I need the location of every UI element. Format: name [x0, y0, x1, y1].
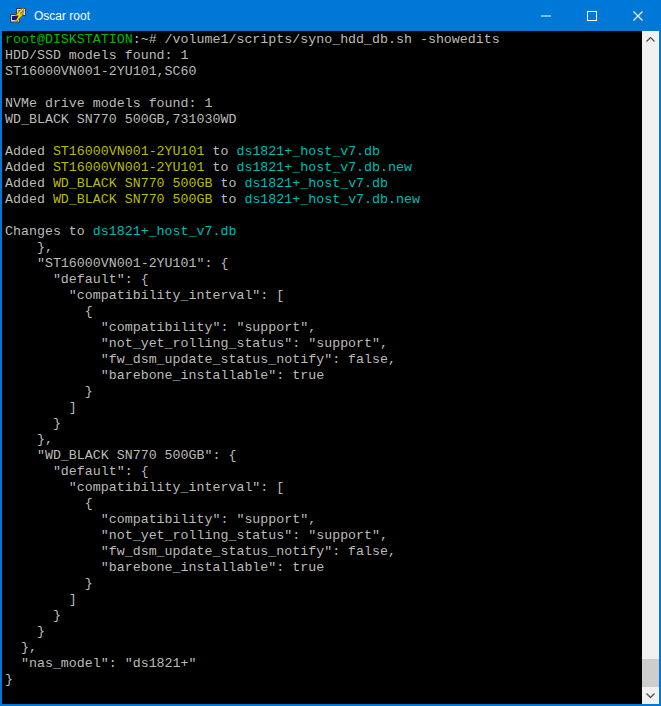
terminal-line: Added WD_BLACK SN770 500GB to ds1821+_ho…	[5, 176, 642, 192]
putty-window: Oscar root root@DISKSTATION:~# /volume1/…	[0, 0, 661, 706]
terminal-line: Added ST16000VN001-2YU101 to ds1821+_hos…	[5, 144, 642, 160]
minimize-button[interactable]	[523, 0, 569, 31]
terminal-line: Added ST16000VN001-2YU101 to ds1821+_hos…	[5, 160, 642, 176]
terminal-text: Added	[5, 144, 53, 159]
scroll-up-button[interactable]	[642, 31, 659, 48]
scrollbar-track[interactable]	[642, 48, 659, 687]
terminal-text: }	[5, 624, 45, 639]
terminal-text: "not_yet_rolling_status": "support",	[5, 336, 388, 351]
terminal-text: "barebone_installable": true	[5, 368, 324, 383]
terminal-text: }	[5, 384, 93, 399]
terminal-text: WD_BLACK SN770 500GB	[53, 176, 213, 191]
terminal-text: "compatibility": "support",	[5, 512, 316, 527]
terminal-text: ds1821+_host_v7.db.new	[236, 160, 412, 175]
terminal-text: Changes to	[5, 224, 93, 239]
terminal-text: ]	[5, 400, 77, 415]
terminal-text: ds1821+_host_v7.db	[244, 176, 388, 191]
terminal-line: ST16000VN001-2YU101,SC60	[5, 64, 642, 80]
terminal-text: Added	[5, 176, 53, 191]
terminal-line: "fw_dsm_update_status_notify": false,	[5, 544, 642, 560]
terminal-line: root@DISKSTATION:~# /volume1/scripts/syn…	[5, 32, 642, 48]
terminal-text: },	[5, 240, 53, 255]
window-controls	[523, 0, 661, 31]
terminal-text: Added	[5, 160, 53, 175]
terminal-text: "compatibility": "support",	[5, 320, 316, 335]
terminal-text: ST16000VN001-2YU101,SC60	[5, 64, 197, 79]
terminal-line: "not_yet_rolling_status": "support",	[5, 336, 642, 352]
terminal-line: },	[5, 240, 642, 256]
terminal-text: "fw_dsm_update_status_notify": false,	[5, 544, 396, 559]
terminal-line: }	[5, 672, 642, 688]
terminal-line: "not_yet_rolling_status": "support",	[5, 528, 642, 544]
terminal-text: "barebone_installable": true	[5, 560, 324, 575]
terminal-text: "default": {	[5, 464, 149, 479]
scrollbar-thumb[interactable]	[642, 659, 659, 687]
title-bar[interactable]: Oscar root	[0, 0, 661, 31]
terminal-text: }	[5, 608, 61, 623]
terminal-text: ds1821+_host_v7.db	[236, 144, 380, 159]
terminal-text: WD_BLACK SN770 500GB	[53, 192, 213, 207]
terminal-text: to	[212, 192, 244, 207]
maximize-button[interactable]	[569, 0, 615, 31]
terminal-text: },	[5, 640, 37, 655]
terminal-text: ds1821+_host_v7.db	[93, 224, 237, 239]
terminal-line: },	[5, 432, 642, 448]
putty-icon	[10, 8, 26, 24]
terminal-line: ]	[5, 400, 642, 416]
terminal-text: Added	[5, 192, 53, 207]
terminal-line: Changes to ds1821+_host_v7.db	[5, 224, 642, 240]
scrollbar[interactable]	[642, 31, 659, 704]
terminal-text: "WD_BLACK SN770 500GB": {	[5, 448, 236, 463]
terminal-text: "default": {	[5, 272, 149, 287]
close-button[interactable]	[615, 0, 661, 31]
terminal-text: HDD/SSD models found: 1	[5, 48, 189, 63]
terminal-text: "fw_dsm_update_status_notify": false,	[5, 352, 396, 367]
terminal-line: }	[5, 416, 642, 432]
terminal-text: ds1821+_host_v7.db.new	[244, 192, 420, 207]
terminal-line: "default": {	[5, 272, 642, 288]
terminal-text: }	[5, 576, 93, 591]
terminal-line: {	[5, 496, 642, 512]
terminal-text: {	[5, 496, 93, 511]
terminal-text: WD_BLACK SN770 500GB,731030WD	[5, 112, 236, 127]
terminal-line	[5, 208, 642, 224]
terminal-text: to	[205, 160, 237, 175]
window-title: Oscar root	[34, 9, 523, 23]
terminal-text: "compatibility_interval": [	[5, 288, 284, 303]
terminal-text: "compatibility_interval": [	[5, 480, 284, 495]
terminal-text: {	[5, 304, 93, 319]
terminal-line: }	[5, 624, 642, 640]
terminal-line: }	[5, 384, 642, 400]
terminal-line: "barebone_installable": true	[5, 368, 642, 384]
terminal-text: ST16000VN001-2YU101	[53, 160, 205, 175]
terminal-line: "WD_BLACK SN770 500GB": {	[5, 448, 642, 464]
terminal-text: NVMe drive models found: 1	[5, 96, 212, 111]
terminal-line: },	[5, 640, 642, 656]
terminal-line: "fw_dsm_update_status_notify": false,	[5, 352, 642, 368]
terminal-text: ST16000VN001-2YU101	[53, 144, 205, 159]
terminal-line: "nas_model": "ds1821+"	[5, 656, 642, 672]
terminal-line: WD_BLACK SN770 500GB,731030WD	[5, 112, 642, 128]
terminal-line: "compatibility": "support",	[5, 512, 642, 528]
terminal-line: "default": {	[5, 464, 642, 480]
terminal-line	[5, 128, 642, 144]
terminal-line: Added WD_BLACK SN770 500GB to ds1821+_ho…	[5, 192, 642, 208]
terminal-line: "compatibility_interval": [	[5, 288, 642, 304]
terminal-line: "ST16000VN001-2YU101": {	[5, 256, 642, 272]
terminal-line: {	[5, 304, 642, 320]
terminal-text: ]	[5, 592, 77, 607]
terminal-line: HDD/SSD models found: 1	[5, 48, 642, 64]
terminal-line: "compatibility_interval": [	[5, 480, 642, 496]
terminal-text: to	[205, 144, 237, 159]
terminal-output[interactable]: root@DISKSTATION:~# /volume1/scripts/syn…	[2, 31, 642, 704]
terminal-text: }	[5, 416, 61, 431]
scroll-down-button[interactable]	[642, 687, 659, 704]
terminal-text: "not_yet_rolling_status": "support",	[5, 528, 388, 543]
terminal-text: root@DISKSTATION	[5, 32, 133, 47]
terminal-text: "ST16000VN001-2YU101": {	[5, 256, 228, 271]
terminal-line: }	[5, 608, 642, 624]
terminal-text: },	[5, 432, 53, 447]
terminal-text: }	[5, 672, 13, 687]
terminal-text: "nas_model": "ds1821+"	[5, 656, 197, 671]
terminal-line: "barebone_installable": true	[5, 560, 642, 576]
